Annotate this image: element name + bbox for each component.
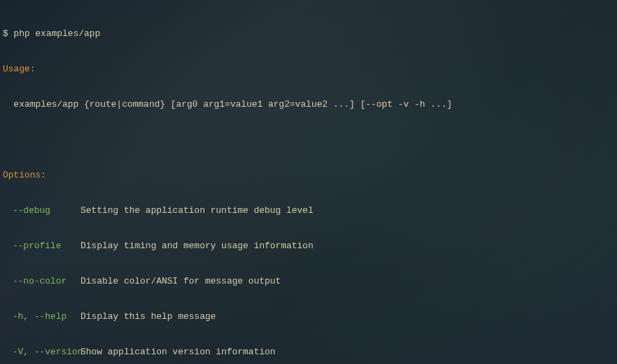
option-flag: --profile — [12, 240, 81, 252]
option-desc: Display timing and memory usage informat… — [81, 241, 313, 251]
options-header: Options: — [3, 169, 614, 181]
entered-command: php examples/app — [14, 28, 101, 39]
option-row: -V, --versionShow application version in… — [3, 346, 614, 358]
option-row: -h, --helpDisplay this help message — [3, 311, 614, 322]
option-desc: Display this help message — [81, 311, 216, 322]
option-row: --profileDisplay timing and memory usage… — [3, 240, 614, 252]
option-row: --no-colorDisable color/ANSI for message… — [3, 275, 614, 287]
option-desc: Setting the application runtime debug le… — [81, 205, 313, 216]
option-row: --debugSetting the application runtime d… — [3, 205, 614, 216]
option-flag: --no-color — [12, 275, 81, 287]
option-flag: -h, --help — [12, 311, 81, 322]
blank-line — [3, 134, 614, 146]
prompt-symbol: $ — [3, 28, 14, 39]
option-flag: -V, --version — [12, 346, 81, 358]
terminal-output[interactable]: $ php examples/app Usage: examples/app {… — [3, 4, 614, 364]
usage-line: examples/app {route|command} [arg0 arg1=… — [3, 98, 614, 110]
usage-header: Usage: — [3, 63, 614, 75]
option-desc: Disable color/ANSI for message output — [81, 276, 281, 286]
option-desc: Show application version information — [81, 347, 276, 357]
option-flag: --debug — [12, 205, 81, 216]
command-line: $ php examples/app — [3, 28, 614, 40]
